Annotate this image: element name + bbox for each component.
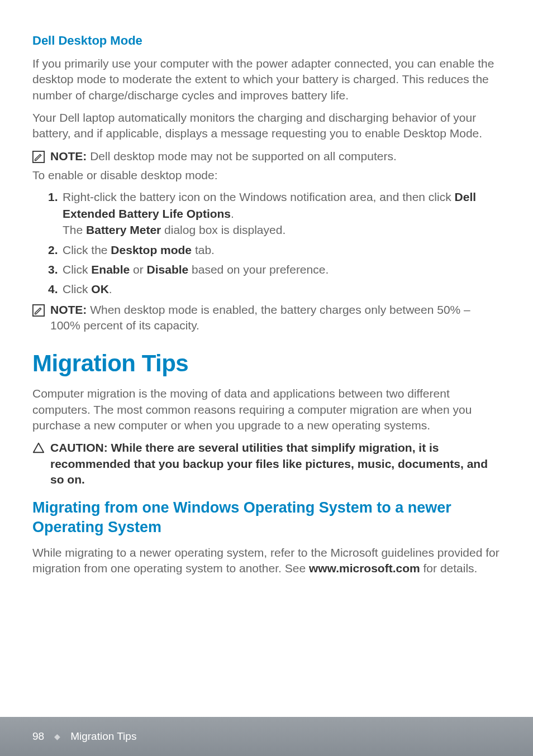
step-text: Click the — [63, 243, 111, 256]
paragraph: While migrating to a newer operating sys… — [32, 545, 501, 577]
ui-label: OK — [91, 283, 109, 295]
step-number: 1. — [48, 189, 58, 205]
step-text: . — [231, 207, 234, 220]
step-3: 3. Click Enable or Disable based on your… — [48, 261, 501, 277]
heading-dell-desktop-mode: Dell Desktop Mode — [32, 34, 501, 48]
note-label: NOTE: — [50, 303, 87, 316]
step-text: . — [109, 283, 112, 295]
step-number: 4. — [48, 281, 58, 297]
step-text: The — [63, 223, 86, 236]
subheading-migrating-os: Migrating from one Windows Operating Sys… — [32, 498, 501, 537]
procedure-intro: To enable or disable desktop mode: — [32, 168, 501, 183]
url-text: www.microsoft.com — [309, 562, 420, 575]
note-pencil-icon — [32, 151, 45, 163]
ordered-steps: 1. Right-click the battery icon on the W… — [32, 189, 501, 297]
footer-section-title: Migration Tips — [70, 730, 136, 743]
note-block: NOTE: When desktop mode is enabled, the … — [32, 302, 501, 334]
step-text: Right-click the battery icon on the Wind… — [63, 190, 455, 203]
caution-block: CAUTION: While there are several utiliti… — [32, 440, 501, 487]
step-text: dialog box is displayed. — [161, 223, 285, 236]
ui-label: Battery Meter — [86, 223, 161, 236]
step-1: 1. Right-click the battery icon on the W… — [48, 189, 501, 238]
note-pencil-icon — [32, 304, 45, 317]
step-text: Click — [63, 263, 91, 276]
step-4: 4. Click OK. — [48, 281, 501, 297]
paragraph: Your Dell laptop automatically monitors … — [32, 110, 501, 142]
note-body: Dell desktop mode may not be supported o… — [87, 150, 396, 162]
ui-label: Disable — [147, 263, 189, 276]
paragraph-text: for details. — [420, 562, 478, 575]
step-number: 3. — [48, 261, 58, 277]
caution-triangle-icon — [32, 442, 45, 454]
step-text: Click — [63, 283, 91, 295]
ui-label: Enable — [91, 263, 130, 276]
caution-label: CAUTION: — [50, 441, 111, 454]
caution-body: While there are several utilities that s… — [50, 441, 488, 486]
step-number: 2. — [48, 242, 58, 258]
note-text: NOTE: When desktop mode is enabled, the … — [50, 302, 501, 334]
page-number: 98 — [32, 730, 44, 743]
step-text: tab. — [192, 243, 215, 256]
page-content: Dell Desktop Mode If you primarily use y… — [0, 0, 533, 576]
note-block: NOTE: Dell desktop mode may not be suppo… — [32, 149, 501, 164]
step-text: based on your preference. — [188, 263, 329, 276]
caution-text: CAUTION: While there are several utiliti… — [50, 440, 501, 487]
paragraph: Computer migration is the moving of data… — [32, 386, 501, 433]
paragraph: If you primarily use your computer with … — [32, 56, 501, 103]
ui-label: Desktop mode — [111, 243, 192, 256]
heading-migration-tips: Migration Tips — [32, 350, 501, 377]
note-body: When desktop mode is enabled, the batter… — [50, 303, 470, 332]
step-text: or — [130, 263, 146, 276]
diamond-separator-icon: ◆ — [54, 732, 60, 741]
step-2: 2. Click the Desktop mode tab. — [48, 242, 501, 258]
page-footer: 98 ◆ Migration Tips — [0, 717, 533, 756]
note-label: NOTE: — [50, 150, 87, 162]
note-text: NOTE: Dell desktop mode may not be suppo… — [50, 149, 397, 164]
